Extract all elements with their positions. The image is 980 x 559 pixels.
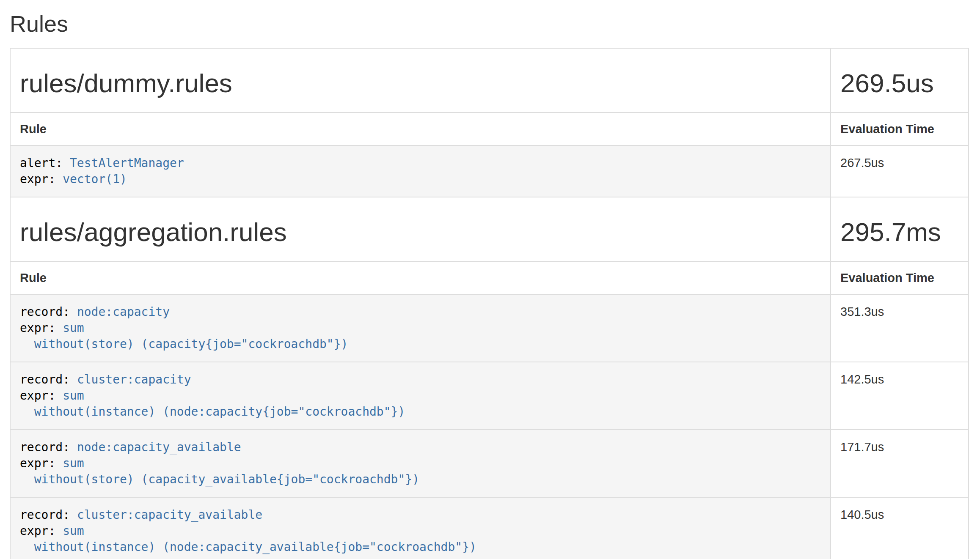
record-keyword: record:: [20, 440, 70, 454]
rule-group-eval-time: 295.7ms: [840, 215, 959, 249]
rule-name-link[interactable]: node:capacity_available: [77, 440, 241, 454]
rule-expr-link[interactable]: sum without(instance) (node:capacity{job…: [20, 389, 405, 419]
rule-group-eval-time: 269.5us: [840, 66, 959, 100]
column-header-row: Rule Evaluation Time: [10, 112, 969, 145]
rule-eval-time: 171.7us: [831, 430, 969, 497]
rule-group-eval-time-cell: 269.5us: [831, 48, 969, 112]
expr-keyword: expr:: [20, 321, 55, 335]
rule-row: record: cluster:capacity expr: sum witho…: [10, 362, 969, 430]
alert-keyword: alert:: [20, 156, 63, 170]
rule-expr-link[interactable]: sum without(store) (capacity{job="cockro…: [20, 321, 348, 351]
rule-expr-link[interactable]: vector(1): [63, 172, 127, 186]
rule-cell: record: cluster:capacity expr: sum witho…: [10, 362, 831, 430]
rule-cell: record: node:capacity_available expr: su…: [10, 430, 831, 497]
rule-definition: alert: TestAlertManager expr: vector(1): [20, 155, 821, 187]
rule-name-link[interactable]: TestAlertManager: [70, 156, 184, 170]
rule-definition: record: node:capacity expr: sum without(…: [20, 304, 821, 352]
rule-row: alert: TestAlertManager expr: vector(1) …: [10, 145, 969, 197]
rule-row: record: cluster:capacity_available expr:…: [10, 497, 969, 559]
rule-group-header-row: rules/dummy.rules 269.5us: [10, 48, 969, 112]
rule-group-eval-time-cell: 295.7ms: [831, 197, 969, 261]
rule-column-header: Rule: [10, 261, 831, 294]
rule-eval-time: 140.5us: [831, 497, 969, 559]
expr-keyword: expr:: [20, 456, 55, 470]
rule-definition: record: cluster:capacity expr: sum witho…: [20, 372, 821, 420]
rule-cell: alert: TestAlertManager expr: vector(1): [10, 145, 831, 197]
record-keyword: record:: [20, 508, 70, 522]
expr-keyword: expr:: [20, 172, 55, 186]
rule-name-link[interactable]: cluster:capacity: [77, 373, 191, 386]
page-title: Rules: [10, 11, 969, 36]
rule-group-file-cell: rules/aggregation.rules: [10, 197, 831, 261]
rule-cell: record: cluster:capacity_available expr:…: [10, 497, 831, 559]
rule-group-header-row: rules/aggregation.rules 295.7ms: [10, 197, 969, 261]
eval-time-column-header: Evaluation Time: [831, 261, 969, 294]
rule-definition: record: node:capacity_available expr: su…: [20, 439, 821, 488]
column-header-row: Rule Evaluation Time: [10, 261, 969, 294]
expr-keyword: expr:: [20, 524, 55, 538]
rule-row: record: node:capacity_available expr: su…: [10, 430, 969, 497]
rule-eval-time: 351.3us: [831, 294, 969, 362]
rule-name-link[interactable]: cluster:capacity_available: [77, 508, 262, 522]
rule-name-link[interactable]: node:capacity: [77, 305, 170, 319]
rule-expr-link[interactable]: sum without(instance) (node:capacity_ava…: [20, 524, 476, 554]
rule-eval-time: 267.5us: [831, 145, 969, 197]
rules-page: Rules rules/dummy.rules 269.5us Rule Eva…: [0, 11, 980, 559]
rule-group-file-cell: rules/dummy.rules: [10, 48, 831, 112]
record-keyword: record:: [20, 305, 70, 319]
eval-time-column-header: Evaluation Time: [831, 112, 969, 145]
rules-table: rules/dummy.rules 269.5us Rule Evaluatio…: [10, 48, 969, 559]
rule-row: record: node:capacity expr: sum without(…: [10, 294, 969, 362]
rule-cell: record: node:capacity expr: sum without(…: [10, 294, 831, 362]
expr-keyword: expr:: [20, 389, 55, 403]
rule-eval-time: 142.5us: [831, 362, 969, 430]
rule-definition: record: cluster:capacity_available expr:…: [20, 507, 821, 555]
rule-group-name: rules/aggregation.rules: [20, 215, 821, 249]
record-keyword: record:: [20, 373, 70, 386]
rule-column-header: Rule: [10, 112, 831, 145]
rule-group-name: rules/dummy.rules: [20, 66, 821, 100]
rule-expr-link[interactable]: sum without(store) (capacity_available{j…: [20, 456, 419, 486]
